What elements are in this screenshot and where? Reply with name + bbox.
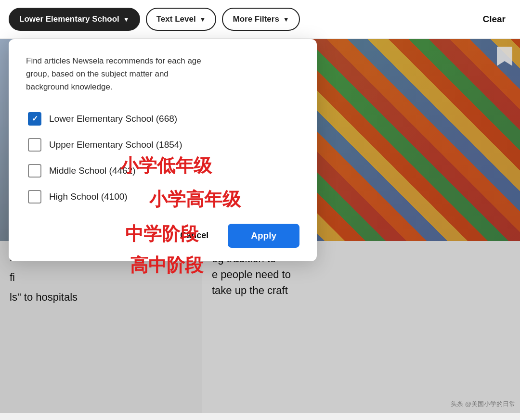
grade-filter-button[interactable]: Lower Elementary School ▼ xyxy=(9,8,140,31)
checkbox-high[interactable] xyxy=(28,190,41,204)
checkbox-lower-label: Lower Elementary School (668) xyxy=(49,114,177,124)
dropdown-footer: Cancel Apply xyxy=(26,224,299,248)
grade-dropdown-panel: Find articles Newsela recommends for eac… xyxy=(9,39,317,261)
grade-chevron-icon: ▼ xyxy=(123,16,130,23)
more-filters-button[interactable]: More Filters ▼ xyxy=(222,8,299,31)
main-content: m fi ls" to hospitals og tradition to e … xyxy=(0,39,520,413)
checkbox-item-high[interactable]: High School (4100) xyxy=(26,185,299,208)
checkbox-lower[interactable] xyxy=(28,112,41,126)
toolbar: Lower Elementary School ▼ Text Level ▼ M… xyxy=(0,0,520,39)
apply-button[interactable]: Apply xyxy=(228,224,299,248)
checkbox-high-label: High School (4100) xyxy=(49,191,128,202)
more-filters-label: More Filters xyxy=(233,14,279,24)
clear-button[interactable]: Clear xyxy=(477,10,511,28)
text-level-label: Text Level xyxy=(156,14,196,24)
checkbox-item-upper[interactable]: Upper Elementary School (1854) xyxy=(26,133,299,156)
text-level-chevron-icon: ▼ xyxy=(200,16,206,23)
dropdown-description: Find articles Newsela recommends for eac… xyxy=(26,54,209,94)
cancel-button[interactable]: Cancel xyxy=(169,224,220,247)
text-level-button[interactable]: Text Level ▼ xyxy=(146,8,217,31)
more-filters-chevron-icon: ▼ xyxy=(283,16,289,23)
checkbox-item-lower[interactable]: Lower Elementary School (668) xyxy=(26,107,299,130)
checkbox-upper-label: Upper Elementary School (1854) xyxy=(49,140,182,150)
checkbox-list: Lower Elementary School (668) Upper Elem… xyxy=(26,107,299,208)
grade-filter-label: Lower Elementary School xyxy=(19,14,119,24)
checkbox-middle-label: Middle School (4462) xyxy=(49,165,136,176)
checkbox-middle[interactable] xyxy=(28,164,41,178)
checkbox-upper[interactable] xyxy=(28,138,41,152)
checkbox-item-middle[interactable]: Middle School (4462) xyxy=(26,159,299,182)
